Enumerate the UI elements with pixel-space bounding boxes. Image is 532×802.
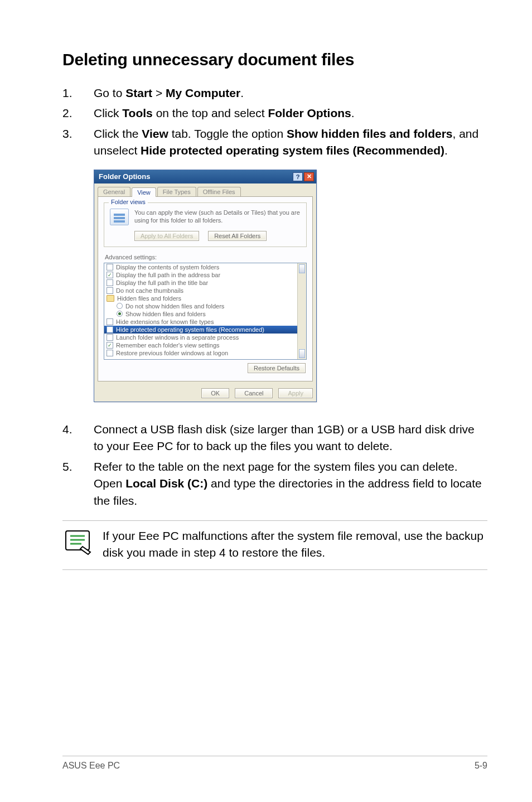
text: tab. Toggle the option [168,127,287,140]
list-item-label: Hidden files and folders [117,295,181,302]
footer-right: 5-9 [475,761,487,771]
apply-button[interactable]: Apply [278,388,313,398]
step-1: Go to Start > My Computer. [62,85,487,102]
text: Click [94,107,122,119]
kw-start: Start [125,86,152,99]
checkbox-icon[interactable] [107,326,113,333]
list-item-label: Hide protected operating system files (R… [116,326,264,333]
step-3: Click the View tab. Toggle the option Sh… [62,125,487,160]
step-5: Refer to the table on the next page for … [62,458,487,509]
scrollbar[interactable] [297,263,306,359]
list-item[interactable]: Restore previous folder windows at logon [104,349,306,357]
note-icon [62,528,93,555]
kw-local-disk: Local Disk (C:) [125,477,207,490]
radio-icon[interactable] [117,311,123,317]
text: Click the [94,127,142,140]
kw-mycomputer: My Computer [166,86,240,99]
window-title: Folder Options [99,172,150,181]
list-item-label: Launch folder windows in a separate proc… [116,334,239,341]
help-button[interactable]: ? [293,172,303,181]
list-item[interactable]: Hide extensions for known file types [104,318,306,326]
list-item-label: Show hidden files and folders [125,311,206,317]
radio-icon[interactable] [117,303,123,309]
advanced-settings-label: Advanced settings: [105,254,307,260]
kw-show-hidden: Show hidden files and folders [287,127,453,140]
list-item[interactable]: Remember each folder's view settings [104,341,306,349]
step-2: Click Tools on the top and select Folder… [62,105,487,122]
folder-icon [107,295,114,302]
steps-list-cont: Connect a USB flash disk (size larger th… [62,421,487,509]
list-item-label: Display the full path in the address bar [116,272,220,278]
list-item-label: Restore previous folder windows at logon [116,350,228,356]
titlebar: Folder Options ? ✕ [94,170,316,183]
page-footer: ASUS Eee PC 5-9 [62,756,487,771]
checkbox-icon[interactable] [107,350,113,356]
checkbox-icon[interactable] [107,287,113,294]
note-box: If your Eee PC malfunctions after the sy… [62,520,487,570]
list-item[interactable]: Display the contents of system folders [104,263,306,271]
text: . [444,144,448,157]
list-item[interactable]: Do not show hidden files and folders [104,302,306,310]
tab-offline[interactable]: Offline Files [197,187,241,196]
text: . [240,86,244,99]
kw-tools: Tools [122,107,152,119]
step-4: Connect a USB flash disk (size larger th… [62,421,487,455]
list-item[interactable]: Launch folder windows in a separate proc… [104,334,306,341]
text: . [351,107,355,119]
kw-hide-protected: Hide protected operating system files (R… [141,144,444,157]
list-item[interactable]: Display the full path in the title bar [104,279,306,287]
steps-list: Go to Start > My Computer. Click Tools o… [62,85,487,160]
list-item-label: Do not cache thumbnails [116,287,183,294]
close-button[interactable]: ✕ [304,172,314,181]
section-heading: Deleting unnecessary document files [62,50,487,69]
folder-views-icon [110,209,129,225]
group-description: You can apply the view (such as Details … [134,209,301,225]
checkbox-icon[interactable] [107,264,113,270]
list-item-label: Remember each folder's view settings [116,342,220,349]
list-item-label: Hide extensions for known file types [116,318,214,325]
apply-all-folders-button[interactable]: Apply to All Folders [134,231,199,241]
text: > [152,86,166,99]
text: on the top and select [153,107,268,119]
checkbox-icon[interactable] [107,334,113,341]
folder-views-group: Folder views You can apply the view (suc… [104,202,307,247]
text: Go to [94,86,125,99]
kw-folder-options: Folder Options [268,107,351,119]
note-text: If your Eee PC malfunctions after the sy… [103,528,487,562]
dialog-screenshot: Folder Options ? ✕ General View File Typ… [94,170,487,402]
footer-left: ASUS Eee PC [62,761,120,771]
checkbox-icon[interactable] [107,279,113,286]
checkbox-icon[interactable] [107,318,113,325]
cancel-button[interactable]: Cancel [235,388,273,398]
tab-filetypes[interactable]: File Types [157,187,196,196]
tab-strip: General View File Types Offline Files [94,183,316,196]
list-item-label: Display the contents of system folders [116,264,219,270]
reset-all-folders-button[interactable]: Reset All Folders [208,231,267,241]
advanced-settings-list[interactable]: Display the contents of system folders D… [104,263,307,360]
tab-body: Folder views You can apply the view (suc… [98,196,313,381]
list-item[interactable]: Show hidden files and folders [104,310,306,318]
tab-view[interactable]: View [132,187,156,197]
dialog-footer-buttons: OK Cancel Apply [94,385,316,402]
folder-options-dialog: Folder Options ? ✕ General View File Typ… [94,170,317,402]
tab-general[interactable]: General [98,187,130,196]
group-legend: Folder views [109,199,148,205]
checkbox-icon[interactable] [107,272,113,278]
list-item[interactable]: Do not cache thumbnails [104,287,306,294]
kw-view: View [142,127,168,140]
list-item-label: Do not show hidden files and folders [125,303,224,310]
list-item-label: Display the full path in the title bar [116,279,208,286]
list-item[interactable]: Hidden files and folders [104,294,306,302]
text: Connect a USB flash disk (size larger th… [94,423,475,452]
ok-button[interactable]: OK [201,388,229,398]
list-item-selected[interactable]: Hide protected operating system files (R… [104,326,306,334]
list-item[interactable]: Display the full path in the address bar [104,271,306,279]
checkbox-icon[interactable] [107,342,113,349]
restore-defaults-button[interactable]: Restore Defaults [248,363,306,373]
